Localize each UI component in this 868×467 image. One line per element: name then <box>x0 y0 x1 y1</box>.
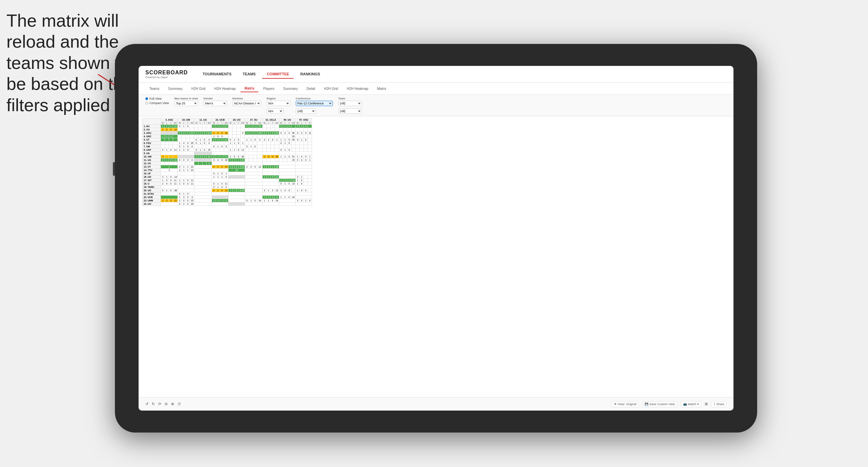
c-asu-uo-w <box>228 131 233 135</box>
ucla-w: W <box>263 122 267 125</box>
subnav-teams[interactable]: Teams <box>145 85 163 92</box>
watch-btn[interactable]: 📺 Watch ▾ <box>681 401 701 407</box>
uu-l: L <box>283 122 287 125</box>
c-asu-osu-l: 3 <box>300 131 304 135</box>
c-asu-uw-d: 80 <box>190 131 194 135</box>
undo-icon[interactable]: ↺ <box>145 402 148 406</box>
refresh-icon[interactable]: ⟳ <box>158 402 161 406</box>
c-uaf-ucla-d <box>275 148 279 152</box>
c-au-uu-w: 0 <box>279 125 283 128</box>
c-uo24-8 <box>279 202 296 206</box>
c-ug-t8: 0 <box>287 189 291 192</box>
c-git-t8: 0 <box>287 179 291 182</box>
c-au-ucla-w <box>263 125 267 128</box>
nav-teams[interactable]: TEAMS <box>238 70 261 79</box>
c-unm-d4: 0 <box>224 199 228 202</box>
c-git-l8: 0 <box>283 179 287 182</box>
subnav-h2h-grid2[interactable]: H2H Grid <box>320 85 342 92</box>
c-git-t9 <box>304 179 308 182</box>
c-unm-d7: 18 <box>275 199 279 202</box>
c-ut5-ucb-d: 22 <box>224 138 228 142</box>
c-ua11-uu-w <box>279 158 283 162</box>
c-unm-l9: 5 <box>300 199 304 202</box>
c-uv-d2 <box>190 162 194 165</box>
row-label-etsu21: 21. ETSU <box>142 192 161 196</box>
c-asu-uu-l: 2 <box>283 131 287 135</box>
timer-icon[interactable]: ⏱ <box>177 402 181 406</box>
nav-committee[interactable]: COMMITTEE <box>262 70 294 79</box>
c-unc-uw-w <box>178 135 182 138</box>
subnav-h2h-grid1[interactable]: H2H Grid <box>187 85 210 92</box>
subnav-h2h-heatmap2[interactable]: H2H Heatmap <box>343 85 372 92</box>
c-ug-l8: 0 <box>283 189 287 192</box>
c-ua9-empty <box>161 152 178 155</box>
gender-select[interactable]: Men's <box>203 101 227 106</box>
c-uaf-asu-l: 1 <box>165 148 169 152</box>
c-asu-ucb-w: 2 <box>212 131 216 135</box>
c-ttu-5: 29 <box>228 169 245 172</box>
c-uaf-ua-t: 0 <box>202 148 207 152</box>
zoom-in-icon[interactable]: ⊕ <box>171 402 174 406</box>
view-original-btn[interactable]: 👁 View: Original <box>611 401 639 407</box>
matrix-content-area: 3. ASU 10. UW 11. UA 22. UCB 24. UO 27. … <box>139 116 733 397</box>
c-asu-su-d: 160 <box>257 131 263 135</box>
c-ttu-4 <box>212 169 228 172</box>
c-uf-6 <box>245 172 263 175</box>
c-git-3 <box>194 179 212 182</box>
su-w: W <box>245 122 249 125</box>
share-options-icon[interactable]: ⊞ <box>705 402 708 406</box>
c-ua11-ucb-w: 3 <box>212 158 216 162</box>
c-um-uo-t <box>237 145 241 148</box>
c-u18-t8: 0 <box>287 182 291 186</box>
c-vu-ucb-w <box>212 128 216 131</box>
region-select2[interactable]: N/A <box>267 108 284 114</box>
subnav-matrix1[interactable]: Matrix <box>240 85 258 92</box>
c-ut5-uu-d: 40 <box>291 138 296 142</box>
region-select[interactable]: N/A <box>267 101 290 106</box>
row-ug20: 20. UG 010-38 01023 11040 01013 100 100 <box>142 189 312 192</box>
c-uw10-asu-l <box>165 155 169 158</box>
c-um-su-l: 1 <box>249 145 253 148</box>
c-fsu-ua-d: 0 <box>207 142 212 145</box>
c-vu-uo-t <box>237 128 241 131</box>
conference-select2[interactable]: (All) <box>296 108 316 114</box>
c-au-asu-d: 23 <box>173 125 178 128</box>
row-uv12: 12. UV 0 <box>142 162 312 165</box>
c-unc-uu-d: 29 <box>291 135 296 138</box>
subnav-summary2[interactable]: Summary <box>279 85 302 92</box>
max-teams-select[interactable]: Top 25 <box>174 101 198 106</box>
team-select2[interactable]: (All) <box>338 108 362 114</box>
c-au-su-l: 0 <box>249 125 253 128</box>
ua-t: T <box>202 122 207 125</box>
c-ua9-ucb-empty <box>212 152 228 155</box>
nav-rankings[interactable]: RANKINGS <box>295 70 325 79</box>
subnav-detail[interactable]: Detail <box>303 85 319 92</box>
redo-icon[interactable]: ↻ <box>152 402 155 406</box>
save-custom-btn[interactable]: 💾 Save Custom View <box>642 401 677 407</box>
subnav-players[interactable]: Players <box>259 85 279 92</box>
compact-view-radio[interactable]: Compact View <box>145 101 169 105</box>
c-uo16-2 <box>178 175 194 179</box>
nav-tournaments[interactable]: TOURNAMENTS <box>198 70 236 79</box>
c-ucb22-3 <box>194 196 212 199</box>
row-fsu: 6. FSU 14035 0100 1101 010 <box>142 142 312 145</box>
zoom-out-icon[interactable]: ⊖ <box>165 402 168 406</box>
division-select[interactable]: NCAA Division I <box>233 101 261 106</box>
c-fsu-uo-d: 1 <box>241 142 245 145</box>
full-view-radio[interactable]: Full View <box>145 97 169 100</box>
c-u18-l4: 1 <box>216 182 220 186</box>
conference-select[interactable]: Pac-12 Conference <box>296 101 333 106</box>
c-asu-su-l: 0 <box>249 131 253 135</box>
c-um-osu-w <box>296 145 300 148</box>
c-ua11-osu-l: 3 <box>300 158 304 162</box>
share-btn[interactable]: ⤴ Share <box>711 401 727 407</box>
c-uw10-ua-w: 1 <box>194 155 198 158</box>
c-uo16-l4: 1 <box>216 175 220 179</box>
c-uo16-t4: 1 <box>220 175 224 179</box>
team-select[interactable]: (All) <box>338 101 362 106</box>
c-unc-ua-d <box>207 135 212 138</box>
subnav-matrix2[interactable]: Matrix <box>373 85 390 92</box>
subnav-summary1[interactable]: Summary <box>164 85 187 92</box>
subnav-h2h-heatmap1[interactable]: H2H Heatmap <box>210 85 240 92</box>
c-fsu-ucb-t <box>220 142 224 145</box>
